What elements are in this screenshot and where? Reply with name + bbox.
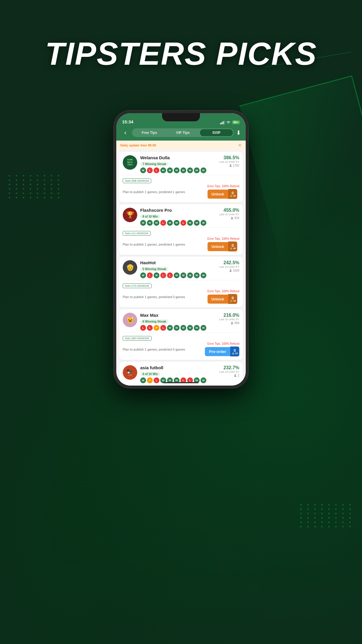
tipsters-list: SUREBETS100% Welansa Dulla 7 Winning Str… xyxy=(116,150,246,386)
tipster-info-maxmax: Max Max 6 Winning Streak LLPLWWWWWW xyxy=(140,313,216,331)
result-dot: W xyxy=(140,220,146,226)
streak-badge-flashscore: 8 of 10 Win xyxy=(140,214,160,219)
tipster-header: 🏆 Flashscore Pro 8 of 10 Win WWWLWWLWWW … xyxy=(123,208,239,226)
card-bottom-haohot: Num.1YG-20240105 Plan to publish 1 games… xyxy=(123,280,239,304)
svg-point-4 xyxy=(230,164,231,166)
close-banner-button[interactable]: ✕ xyxy=(238,143,242,148)
tipster-stats-maxmax: 216.0% Last 10 Units' EY 688 xyxy=(219,313,239,325)
action-group-welansa: Unlock 0 🔒 48 xyxy=(208,189,240,199)
battery-badge: 80+ xyxy=(232,120,240,124)
stat-percent-welansa: 386.5% xyxy=(219,155,239,160)
result-dot: L xyxy=(154,167,159,173)
result-dot: L xyxy=(147,167,153,173)
home-indicator xyxy=(164,382,198,383)
tipster-stats-welansa: 386.5% Last 10 Units' EY 1742 xyxy=(219,155,239,167)
phone-notch xyxy=(162,113,200,121)
result-dot: L xyxy=(160,325,166,331)
result-dot: P xyxy=(154,325,159,331)
result-dot: W xyxy=(140,377,146,383)
card-bottom-flashscore: Num.111-20240104 Plan to publish 1 games… xyxy=(123,228,239,251)
tipster-name-maxmax: Max Max xyxy=(140,313,216,318)
result-dot: L xyxy=(140,325,146,331)
preorder-button-maxmax[interactable]: Pre-order xyxy=(205,347,230,356)
back-button[interactable]: ‹ xyxy=(121,129,130,136)
result-dot: W xyxy=(167,220,173,226)
result-dot: L xyxy=(180,220,186,226)
svg-rect-1 xyxy=(222,122,222,124)
action-area-haohot: Error Tips, 100% Refund Unlock 0 🔒 48 xyxy=(208,290,240,304)
unlock-button-haohot[interactable]: Unlock xyxy=(208,295,228,304)
svg-point-6 xyxy=(230,269,231,271)
result-dot: W xyxy=(187,325,193,331)
result-dot: W xyxy=(187,167,193,173)
tipster-avatar-maxmax: 😺 xyxy=(123,313,137,327)
daily-banner: Daily update time 08:00 ✕ xyxy=(116,141,246,150)
card-bottom-welansa: Num.2DB-20240104 Plan to publish 1 games… xyxy=(123,175,239,199)
error-refund-welansa: Error Tips, 100% Refund xyxy=(208,185,240,188)
dot-grid-left: const dleft = document.querySelector('.d… xyxy=(9,175,62,198)
result-dot: L xyxy=(167,272,173,278)
result-dot: L xyxy=(147,272,153,278)
results-row-welansa: WLLWWWWWWW xyxy=(140,167,216,173)
nav-header: ‹ Free Tips VIP Tips SVIP ⬇ xyxy=(116,126,246,141)
status-time: 15:34 xyxy=(122,119,133,124)
stat-percent-asiafutboll: 232.7% xyxy=(219,365,239,370)
phone-frame: 15:34 80+ xyxy=(114,111,248,388)
action-area-maxmax: Error Tips, 100% Refund Pre-order 0 🔒 68 xyxy=(205,342,239,356)
unlock-button-welansa[interactable]: Unlock xyxy=(208,190,228,199)
result-dot: W xyxy=(167,167,173,173)
tipster-name-asiafutboll: asia futboll xyxy=(140,365,216,370)
stat-label-maxmax: Last 10 Units' EY xyxy=(219,318,239,321)
card-footer-welansa: Plan to publish 1 games, predicted 1 gam… xyxy=(123,185,239,199)
phone-screen: 15:34 80+ xyxy=(116,113,246,386)
svg-point-8 xyxy=(235,374,236,376)
tipster-header: 😺 Max Max 6 Winning Streak LLPLWWWWWW 21… xyxy=(123,313,239,331)
count-badge-maxmax: 0 🔒 68 xyxy=(230,346,239,356)
tipster-stats-haohot: 242.5% Last 10 Units' EY 1526 xyxy=(219,260,239,272)
result-dot: P xyxy=(147,377,153,383)
tipster-stats-asiafutboll: 232.7% Last 10 Units' EY 2 xyxy=(219,365,239,377)
results-row-haohot: WLWLLWWWWW xyxy=(140,272,216,278)
tipster-card-flashscore: 🏆 Flashscore Pro 8 of 10 Win WWWLWWLWWW … xyxy=(119,204,243,255)
stat-followers-haohot: 1526 xyxy=(219,269,239,272)
tipster-stats-flashscore: 455.0% Last 10 Units' EY 634 xyxy=(219,208,239,220)
download-icon[interactable]: ⬇ xyxy=(236,129,241,136)
status-icons: 80+ xyxy=(220,120,240,124)
card-bottom-maxmax: Num.1BO-20240105 Plan to publish 1 games… xyxy=(123,332,239,356)
followers-icon xyxy=(231,322,233,325)
card-footer-maxmax: Plan to publish 1 games, predicted 0 gam… xyxy=(123,342,239,356)
tipster-name-flashscore: Flashscore Pro xyxy=(140,208,216,213)
followers-icon xyxy=(234,374,237,377)
result-dot: W xyxy=(180,325,186,331)
tipster-name-welansa: Welansa Dulla xyxy=(140,155,216,160)
tab-vip-tips[interactable]: VIP Tips xyxy=(166,129,199,136)
signal-icon xyxy=(220,121,225,124)
result-dot: W xyxy=(154,220,159,226)
error-refund-flashscore: Error Tips, 100% Refund xyxy=(208,237,240,240)
tipster-card-haohot: 👴 HaoHot 5 Winning Streak WLWLLWWWWW 242… xyxy=(119,257,243,307)
num-badge-haohot: Num.1YG-20240105 xyxy=(123,284,152,288)
svg-rect-2 xyxy=(223,121,224,124)
stat-percent-maxmax: 216.0% xyxy=(219,313,239,318)
results-row-flashscore: WWWLWWLWWW xyxy=(140,220,216,226)
tab-svip[interactable]: SVIP xyxy=(200,129,233,136)
tipster-name-haohot: HaoHot xyxy=(140,260,216,265)
num-badge-maxmax: Num.1BO-20240105 xyxy=(123,336,152,341)
unlock-button-flashscore[interactable]: Unlock xyxy=(208,242,228,251)
action-group-flashscore: Unlock 0 🔒 48 xyxy=(208,242,240,251)
result-dot: L xyxy=(160,220,166,226)
result-dot: W xyxy=(174,325,180,331)
num-badge-flashscore: Num.111-20240104 xyxy=(123,231,151,236)
dot-grid-right: const dright = document.querySelector('.… xyxy=(300,504,353,527)
svg-rect-0 xyxy=(220,123,221,124)
error-refund-haohot: Error Tips, 100% Refund xyxy=(208,290,240,293)
card-bottom-asiafutboll: Num.2NE-1045 Plan to publish 6 games, pr… xyxy=(123,385,239,386)
tipster-avatar-flashscore: 🏆 xyxy=(123,208,137,222)
streak-badge-haohot: 5 Winning Streak xyxy=(140,267,168,271)
result-dot: W xyxy=(140,167,146,173)
action-group-maxmax: Pre-order 0 🔒 68 xyxy=(205,346,239,356)
tipster-card-welansa: SUREBETS100% Welansa Dulla 7 Winning Str… xyxy=(119,152,243,202)
daily-update-text: Daily update time 08:00 xyxy=(120,144,156,147)
count-badge-welansa: 0 🔒 48 xyxy=(228,189,237,199)
tab-free-tips[interactable]: Free Tips xyxy=(133,129,166,136)
